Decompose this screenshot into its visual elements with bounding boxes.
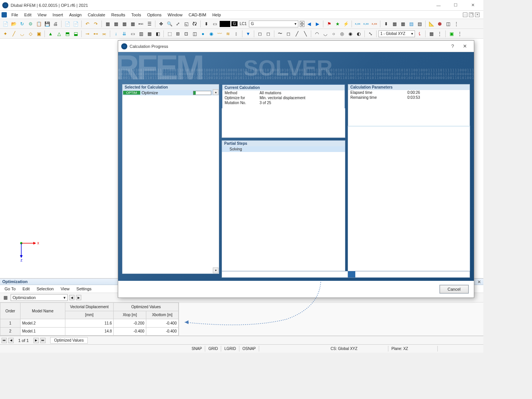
layer-icon[interactable]: ▤ <box>407 20 415 28</box>
calc-icon[interactable]: ★ <box>334 20 341 28</box>
load4-icon[interactable]: ▥ <box>137 30 145 38</box>
d2-icon[interactable]: ◻ <box>264 30 272 38</box>
mesh3-icon[interactable]: ⊡ <box>182 30 190 38</box>
next-icon[interactable]: ▶ <box>314 20 321 28</box>
disp-icon[interactable]: ⬍ <box>382 20 390 28</box>
g1-icon[interactable]: ▦ <box>428 30 435 38</box>
zoomfit-icon[interactable]: ⤢ <box>174 20 182 28</box>
flag-icon[interactable]: ⚑ <box>325 20 333 28</box>
panel-menu-view[interactable]: View <box>57 286 73 292</box>
optimization-select[interactable]: Optimization▾ <box>11 294 68 301</box>
d1-icon[interactable]: ◻ <box>256 30 264 38</box>
hinge3-icon[interactable]: ⫘ <box>100 30 108 38</box>
table4-icon[interactable]: ▦ <box>129 20 136 28</box>
color-icon[interactable]: ▣ <box>448 30 455 38</box>
c1-icon[interactable]: ◠ <box>313 30 321 38</box>
minimize-button[interactable]: ― <box>430 0 447 11</box>
doc2-icon[interactable]: 📄 <box>72 20 79 28</box>
c5-icon[interactable]: ◉ <box>347 30 354 38</box>
spring2-icon[interactable]: ≋ <box>224 30 232 38</box>
nav-last[interactable]: ⏭ <box>40 338 46 343</box>
beam-icon[interactable]: ╱ <box>10 30 17 38</box>
c4-icon[interactable]: ◎ <box>338 30 346 38</box>
sup2-icon[interactable]: △ <box>55 30 63 38</box>
rotate-icon[interactable]: 🗘 <box>191 20 198 28</box>
wave-icon[interactable]: 〜 <box>276 30 284 38</box>
script-icon[interactable]: ▸sc <box>137 20 145 28</box>
close-button[interactable]: ✕ <box>464 0 481 11</box>
filter-icon[interactable]: ▼ <box>244 30 252 38</box>
status-grid[interactable]: GRID <box>205 346 221 352</box>
d3-icon[interactable]: ◻ <box>285 30 292 38</box>
table-row[interactable]: 1 Model.2 11.6 -0.200 -0.400 <box>0 319 179 328</box>
open-icon[interactable]: 📂 <box>10 20 17 28</box>
solid-icon[interactable]: ▣ <box>35 30 43 38</box>
dialog-close-button[interactable]: ✕ <box>459 43 471 49</box>
more-icon[interactable]: ⋮ <box>453 20 460 28</box>
status-snap[interactable]: SNAP <box>188 346 205 352</box>
ruler-icon[interactable]: 📐 <box>428 20 435 28</box>
grid-icon[interactable]: ▦ <box>391 20 398 28</box>
menu-assign[interactable]: Assign <box>66 12 85 18</box>
menu-options[interactable]: Options <box>144 12 165 18</box>
zoom-icon[interactable]: 🔍 <box>166 20 173 28</box>
damper-icon[interactable]: ⫿ <box>233 30 240 38</box>
refresh-icon[interactable]: ↻ <box>18 20 26 28</box>
menu-results[interactable]: Results <box>108 12 128 18</box>
nav-tab-optimized[interactable]: Optimized Values <box>50 337 88 344</box>
res3-icon[interactable]: x,xx <box>370 20 378 28</box>
cs-icon[interactable]: ⤹ <box>416 30 423 38</box>
menu-view[interactable]: View <box>35 12 50 18</box>
new-icon[interactable]: 📄 <box>2 20 9 28</box>
res2-icon[interactable]: x,xx <box>362 20 370 28</box>
print-icon[interactable]: 🖨 <box>52 20 59 28</box>
load1-icon[interactable]: ↓ <box>112 30 120 38</box>
mdi-minimize[interactable]: ― <box>463 13 467 17</box>
panel-menu-settings[interactable]: Settings <box>73 286 95 292</box>
menu-edit[interactable]: Edit <box>21 12 35 18</box>
view-black[interactable] <box>220 21 230 27</box>
panel-menu-goto[interactable]: Go To <box>2 286 19 292</box>
g2-icon[interactable]: ⋮ <box>436 30 443 38</box>
doc1-icon[interactable]: 📄 <box>63 20 71 28</box>
mass2-icon[interactable]: ◉ <box>207 30 215 38</box>
calc2-icon[interactable]: ⚡ <box>342 20 350 28</box>
mesh2-icon[interactable]: ⊞ <box>174 30 182 38</box>
grid2-icon[interactable]: ▦ <box>399 20 407 28</box>
slash2-icon[interactable]: ╲ <box>301 30 309 38</box>
view1-icon[interactable]: ⬍ <box>203 20 210 28</box>
mass1-icon[interactable]: ● <box>199 30 207 38</box>
menu-window[interactable]: Window <box>165 12 185 18</box>
slash-icon[interactable]: ╱ <box>293 30 301 38</box>
menu-tools[interactable]: Tools <box>128 12 144 18</box>
menu-insert[interactable]: Insert <box>49 12 66 18</box>
redo-icon[interactable]: ↷ <box>92 20 100 28</box>
c3-icon[interactable]: ○ <box>330 30 337 38</box>
c2-icon[interactable]: ◡ <box>321 30 329 38</box>
cube-icon[interactable]: ⬢ <box>436 20 443 28</box>
status-lgrid[interactable]: LGRID <box>221 346 239 352</box>
sup4-icon[interactable]: ⬓ <box>72 30 79 38</box>
calc-item-optimize[interactable]: OPTIM Optimize <box>122 90 219 95</box>
panel-menu-edit[interactable]: Edit <box>19 286 33 292</box>
panel-table-icon[interactable]: ▦ <box>2 294 9 301</box>
copy-icon[interactable]: 📋 <box>35 20 43 28</box>
nav-first[interactable]: ⏮ <box>2 338 7 343</box>
nav-prev[interactable]: ◀ <box>8 338 14 343</box>
node-icon[interactable]: ✦ <box>2 30 9 38</box>
optimization-table[interactable]: Order Model Name Vectorial Displacement … <box>0 302 179 336</box>
undo-icon[interactable]: ↶ <box>84 20 91 28</box>
mesh4-icon[interactable]: ◫ <box>191 30 198 38</box>
nav-next[interactable]: ▶ <box>33 338 39 343</box>
mdi-restore[interactable]: ❐ <box>469 13 473 17</box>
view2-icon[interactable]: ▭ <box>211 20 218 28</box>
menu-calculate[interactable]: Calculate <box>85 12 108 18</box>
mdi-close[interactable]: ✕ <box>475 13 480 17</box>
status-osnap[interactable]: OSNAP <box>239 346 259 352</box>
prev-icon[interactable]: ◀ <box>305 20 313 28</box>
more2-icon[interactable]: ⋮ <box>456 30 464 38</box>
save-icon[interactable]: 💾 <box>43 20 51 28</box>
arc-icon[interactable]: ◡ <box>18 30 26 38</box>
sup3-icon[interactable]: ⬒ <box>63 30 71 38</box>
table-row[interactable]: 2 Model.1 14.8 -0.400 -0.400 <box>0 327 179 336</box>
